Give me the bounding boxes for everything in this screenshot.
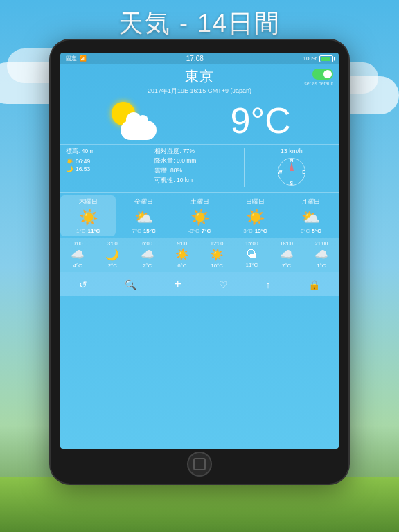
temp-low: -3°C (188, 228, 200, 234)
search-button[interactable]: 🔍 (119, 278, 142, 292)
hour-temp: 10°C (211, 263, 223, 269)
toggle-knob (323, 70, 332, 78)
main-weather: 9°C (60, 97, 339, 144)
day-name: 木曜日 (79, 197, 98, 206)
day-name: 月曜日 (301, 197, 320, 206)
city-name: 東京 (66, 67, 333, 86)
set-default-label[interactable]: set as default (304, 81, 333, 86)
temp-high: 5°C (312, 228, 321, 234)
section-divider (60, 192, 339, 193)
detail-col-middle: 相対湿度: 77% 降水量: 0.0 mm 雲層: 88% 可視性: 10 km (154, 148, 238, 187)
hour-icon: ☀️ (175, 248, 189, 261)
add-button[interactable]: + (169, 276, 188, 293)
battery-fill (321, 57, 330, 61)
day-icon: ⛅ (134, 209, 153, 227)
day-temps: 3°C 13°C (243, 228, 267, 234)
hour-label: 6:00 (142, 240, 152, 247)
status-left: 固定 📶 (66, 55, 87, 62)
refresh-button[interactable]: ↺ (73, 278, 93, 292)
day-temps: 7°C 15°C (132, 228, 155, 234)
status-right: 100% (303, 55, 333, 62)
weather-icon-main (108, 102, 157, 140)
main-temperature: 9°C (231, 100, 291, 141)
hour-icon: 🌙 (105, 248, 119, 261)
cloud-part (121, 121, 157, 140)
detail-col-left: 標高: 40 m ☀️ 06:49 🌙 16:53 (66, 148, 149, 187)
grass-background (0, 477, 399, 532)
hour-label: 0:00 (73, 240, 83, 247)
battery-label: 100% (303, 55, 317, 62)
hourly-slot-5: 15:00 🌤 11°C (234, 240, 269, 269)
hour-temp: 7°C (282, 263, 291, 269)
compass-south: S (290, 181, 293, 186)
hour-temp: 2°C (143, 263, 152, 269)
temp-low: 3°C (243, 228, 252, 234)
precipitation-row: 降水量: 0.0 mm (154, 157, 238, 166)
wind-speed: 13 km/h (281, 148, 303, 154)
share-button[interactable]: ↑ (260, 278, 276, 292)
weekly-day-0[interactable]: 木曜日 ☀️ 1°C 11°C (60, 195, 116, 236)
ipad-screen: 固定 📶 17:08 100% 東京 2017年1月19E 16:15 GMT+… (60, 53, 339, 449)
city-date: 2017年1月19E (148, 87, 188, 94)
temp-high: 7°C (202, 228, 211, 234)
home-button[interactable] (187, 452, 212, 477)
page-title: 天気 - 14日間 (118, 9, 281, 37)
hour-icon: 🌤 (246, 248, 257, 260)
day-temps: 1°C 11°C (76, 228, 100, 234)
altitude-row: 標高: 40 m (66, 148, 149, 156)
hour-icon: ☁️ (141, 248, 154, 261)
status-time: 17:08 (186, 55, 204, 62)
weekly-day-1[interactable]: 金曜日 ⛅ 7°C 15°C (116, 195, 171, 236)
hour-label: 15:00 (245, 240, 258, 247)
temp-high: 15°C (143, 228, 156, 234)
day-name: 金曜日 (134, 197, 153, 206)
page-title-area: 天気 - 14日間 (0, 7, 399, 41)
day-temps: 0°C 5°C (301, 228, 321, 234)
temp-high: 13°C (255, 228, 267, 234)
weekly-day-4[interactable]: 月曜日 ⛅ 0°C 5°C (283, 195, 339, 236)
compass-west: W (278, 170, 283, 175)
hourly-slot-4: 12:00 ☀️ 10°C (200, 240, 234, 269)
compass-east: E (302, 170, 305, 175)
wind-col: 13 km/h N S W E (250, 148, 333, 187)
ipad-frame: 固定 📶 17:08 100% 東京 2017年1月19E 16:15 GMT+… (51, 40, 348, 484)
hour-temp: 4°C (73, 263, 82, 269)
toolbar: ↺ 🔍 + ♡ ↑ 🔒 (60, 272, 339, 296)
compass-circle: N S W E (278, 158, 305, 186)
hourly-slot-6: 18:00 ☁️ 7°C (269, 240, 304, 269)
visibility-row: 可視性: 10 km (154, 177, 238, 185)
hourly-slot-3: 9:00 ☀️ 6°C (165, 240, 200, 269)
day-temps: -3°C 7°C (188, 228, 211, 234)
detail-divider (244, 148, 245, 187)
cloud-row: 雲層: 88% (154, 167, 238, 175)
hourly-slot-2: 6:00 ☁️ 2°C (130, 240, 165, 269)
hour-temp: 6°C (177, 263, 186, 269)
sun-icon: ☀️ (66, 158, 73, 165)
city-time: 16:15 (190, 87, 206, 94)
day-icon: ☀️ (79, 209, 98, 227)
wifi-icon: 📶 (80, 55, 87, 62)
hour-icon: ☀️ (210, 248, 224, 261)
toggle-switch[interactable] (312, 69, 333, 80)
hour-icon: ☁️ (71, 248, 85, 261)
city-timezone: GMT+9 (Japan) (208, 87, 251, 94)
hourly-slot-7: 21:00 ☁️ 1°C (304, 240, 339, 269)
favorite-button[interactable]: ♡ (213, 278, 233, 292)
day-name: 土曜日 (190, 197, 209, 206)
hour-temp: 2°C (108, 263, 117, 269)
weekly-day-3[interactable]: 日曜日 ☀️ 3°C 13°C (227, 195, 283, 236)
hourly-forecast: 0:00 ☁️ 4°C 3:00 🌙 2°C 6:00 ☁️ 2°C 9:00 … (60, 238, 339, 272)
compass: N S W E (276, 157, 307, 187)
humidity-row: 相対湿度: 77% (154, 148, 238, 156)
weekly-day-2[interactable]: 土曜日 ☀️ -3°C 7°C (172, 195, 227, 236)
home-button-inner (193, 458, 206, 470)
battery-icon (319, 55, 333, 62)
lock-button[interactable]: 🔒 (303, 278, 326, 292)
hour-label: 12:00 (211, 240, 224, 247)
temp-low: 1°C (76, 228, 85, 234)
weather-details: 標高: 40 m ☀️ 06:49 🌙 16:53 相対湿度: 77% 降水量:… (60, 144, 339, 190)
sunset-row: 🌙 16:53 (66, 166, 149, 172)
hour-label: 18:00 (280, 240, 293, 247)
temp-low: 0°C (301, 228, 310, 234)
status-fixed-label: 固定 (66, 55, 77, 62)
